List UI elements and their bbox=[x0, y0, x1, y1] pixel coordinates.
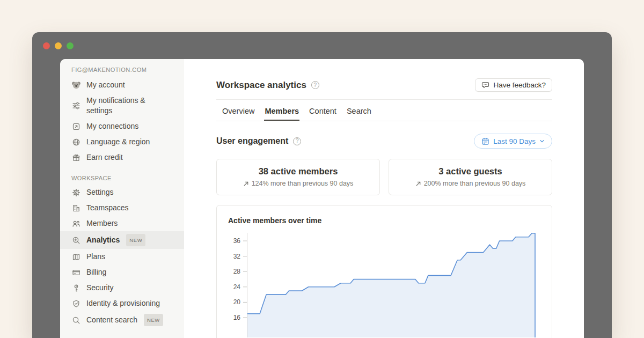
map-icon bbox=[71, 252, 81, 262]
date-range-filter-button[interactable]: Last 90 Days bbox=[474, 134, 552, 149]
traffic-light-minimize[interactable] bbox=[55, 42, 62, 49]
active-members-stat-card: 38 active members 124% more than previou… bbox=[216, 159, 380, 195]
key-icon bbox=[71, 283, 81, 293]
sidebar-item-language-region[interactable]: Language & region bbox=[60, 134, 184, 150]
sidebar-item-my-account[interactable]: My account bbox=[60, 77, 184, 93]
sidebar-item-security[interactable]: Security bbox=[60, 280, 184, 296]
active-guests-stat-card: 3 active guests 200% more than previous … bbox=[389, 159, 552, 195]
sidebar-item-analytics[interactable]: AnalyticsNEW bbox=[60, 231, 184, 249]
sidebar-item-label: Security bbox=[86, 283, 114, 293]
settings-content: Workspace analytics ? Have fee bbox=[184, 59, 584, 338]
tab-search[interactable]: Search bbox=[346, 107, 372, 121]
stat-delta-text: 200% more than previous 90 days bbox=[424, 180, 526, 187]
sidebar-item-label: Language & region bbox=[86, 137, 150, 147]
help-icon[interactable]: ? bbox=[311, 81, 319, 89]
traffic-light-zoom[interactable] bbox=[67, 42, 74, 49]
page-title: Workspace analytics bbox=[216, 80, 306, 91]
feedback-bubble-icon bbox=[481, 81, 489, 89]
settings-sidebar: FIG@MAKENOTION.COM My accountMy notifica… bbox=[60, 59, 184, 338]
sidebar-item-label: Settings bbox=[86, 187, 114, 197]
desktop-background: FIG@MAKENOTION.COM My accountMy notifica… bbox=[0, 0, 644, 338]
window-titlebar bbox=[32, 32, 612, 59]
tab-content[interactable]: Content bbox=[309, 107, 337, 121]
calendar-icon bbox=[481, 137, 489, 145]
avatar-icon bbox=[71, 80, 81, 90]
members-over-time-chart[interactable]: 162024283236 bbox=[217, 230, 552, 337]
tab-members[interactable]: Members bbox=[264, 107, 299, 121]
sliders-icon bbox=[71, 101, 81, 111]
svg-text:32: 32 bbox=[233, 253, 241, 260]
sidebar-item-label: Teamspaces bbox=[86, 203, 129, 213]
workspace-section-label: WORKSPACE bbox=[60, 175, 184, 181]
sidebar-account-section: My accountMy notifications & settingsMy … bbox=[60, 77, 184, 165]
svg-text:24: 24 bbox=[233, 283, 241, 291]
sidebar-item-teamspaces[interactable]: Teamspaces bbox=[60, 200, 184, 216]
trend-up-icon bbox=[415, 181, 421, 187]
sidebar-item-settings[interactable]: Settings bbox=[60, 185, 184, 200]
analytics-tabs: OverviewMembersContentSearch bbox=[216, 107, 552, 121]
sidebar-item-label: Earn credit bbox=[86, 152, 123, 163]
tab-overview[interactable]: Overview bbox=[222, 107, 255, 121]
members-over-time-card: Active members over time 162024283236 bbox=[216, 205, 552, 338]
sidebar-item-plans[interactable]: Plans bbox=[60, 249, 184, 264]
people-icon bbox=[71, 219, 81, 229]
sidebar-item-label: My account bbox=[86, 80, 125, 90]
trend-up-icon bbox=[243, 181, 249, 187]
search-icon bbox=[71, 315, 81, 325]
chevron-down-icon bbox=[539, 138, 545, 144]
sidebar-item-label: Analytics bbox=[86, 235, 120, 245]
settings-dialog: FIG@MAKENOTION.COM My accountMy notifica… bbox=[60, 59, 584, 338]
magnifier-plus-icon bbox=[71, 236, 81, 245]
header-divider bbox=[216, 99, 552, 100]
sidebar-item-my-notifications-settings[interactable]: My notifications & settings bbox=[60, 93, 184, 119]
account-email-label: FIG@MAKENOTION.COM bbox=[60, 67, 184, 73]
section-title: User engagement bbox=[216, 136, 288, 146]
sidebar-item-identity-provisioning[interactable]: Identity & provisioning bbox=[60, 296, 184, 311]
sidebar-item-members[interactable]: Members bbox=[60, 216, 184, 231]
stat-value: 3 active guests bbox=[394, 166, 546, 177]
sidebar-item-my-connections[interactable]: My connections bbox=[60, 119, 184, 134]
sidebar-item-content-search[interactable]: Content searchNEW bbox=[60, 311, 184, 329]
sidebar-item-label: Members bbox=[86, 218, 118, 229]
new-badge: NEW bbox=[144, 314, 163, 326]
app-window: FIG@MAKENOTION.COM My accountMy notifica… bbox=[32, 32, 612, 338]
gift-icon bbox=[71, 153, 81, 163]
y-axis: 162024283236 bbox=[233, 233, 247, 337]
globe-icon bbox=[71, 137, 81, 147]
sidebar-item-label: Billing bbox=[86, 267, 106, 277]
sidebar-item-label: My connections bbox=[86, 121, 138, 131]
traffic-light-close[interactable] bbox=[43, 42, 50, 49]
card-icon bbox=[71, 268, 81, 277]
svg-text:20: 20 bbox=[233, 298, 241, 306]
sidebar-item-label: Plans bbox=[86, 252, 105, 262]
sidebar-item-label: My notifications & settings bbox=[86, 95, 173, 116]
gear-icon bbox=[71, 188, 81, 197]
stat-value: 38 active members bbox=[222, 166, 374, 177]
shield-check-icon bbox=[71, 299, 81, 308]
engagement-section-header: User engagement ? bbox=[216, 134, 552, 149]
sidebar-item-earn-credit[interactable]: Earn credit bbox=[60, 150, 184, 165]
svg-text:16: 16 bbox=[233, 314, 241, 321]
page-header: Workspace analytics ? Have fee bbox=[216, 78, 552, 92]
have-feedback-button[interactable]: Have feedback? bbox=[475, 78, 552, 92]
building-icon bbox=[71, 203, 81, 213]
help-icon[interactable]: ? bbox=[293, 137, 301, 145]
sidebar-item-billing[interactable]: Billing bbox=[60, 264, 184, 280]
sidebar-workspace-section: SettingsTeamspacesMembersAnalyticsNEWPla… bbox=[60, 185, 184, 329]
chart-title: Active members over time bbox=[217, 216, 552, 225]
stats-row: 38 active members 124% more than previou… bbox=[216, 159, 552, 195]
area-fill bbox=[247, 233, 535, 337]
svg-text:36: 36 bbox=[233, 237, 241, 245]
new-badge: NEW bbox=[126, 234, 145, 246]
svg-text:28: 28 bbox=[233, 268, 241, 275]
arrow-box-icon bbox=[71, 122, 81, 131]
sidebar-item-label: Content search bbox=[86, 315, 137, 325]
sidebar-item-label: Identity & provisioning bbox=[86, 298, 160, 308]
stat-delta-text: 124% more than previous 90 days bbox=[252, 180, 354, 187]
